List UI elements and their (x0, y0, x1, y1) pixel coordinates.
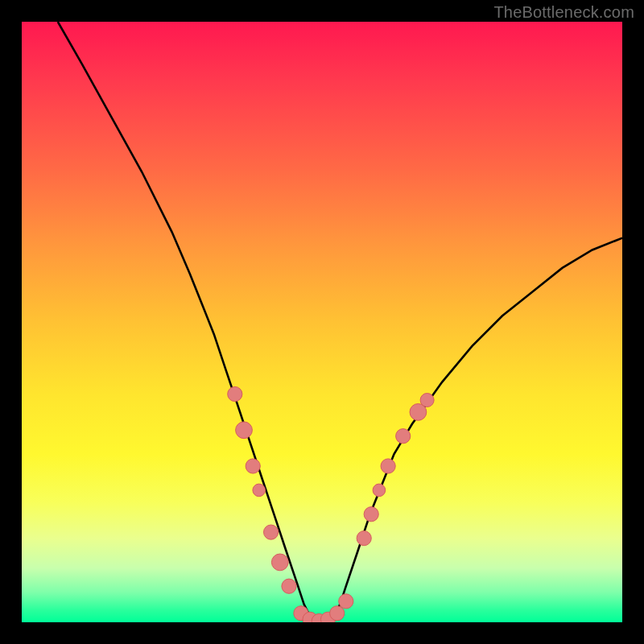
data-marker (373, 484, 386, 497)
data-marker (282, 579, 296, 593)
data-marker (330, 606, 345, 621)
data-marker (236, 422, 253, 439)
data-marker (364, 507, 378, 522)
data-markers (228, 386, 434, 622)
data-marker (381, 459, 395, 473)
outer-frame: TheBottleneck.com (0, 0, 644, 644)
data-marker (357, 531, 371, 546)
data-marker (396, 429, 411, 444)
data-marker (228, 386, 242, 401)
data-marker (246, 459, 260, 473)
watermark-text: TheBottleneck.com (493, 3, 634, 22)
bottleneck-curve (58, 22, 622, 622)
data-marker (264, 525, 279, 539)
plot-area (22, 22, 622, 622)
data-marker (253, 484, 266, 497)
data-marker (339, 594, 353, 609)
chart-svg (22, 22, 622, 622)
data-marker (420, 394, 434, 407)
data-marker (271, 554, 288, 571)
